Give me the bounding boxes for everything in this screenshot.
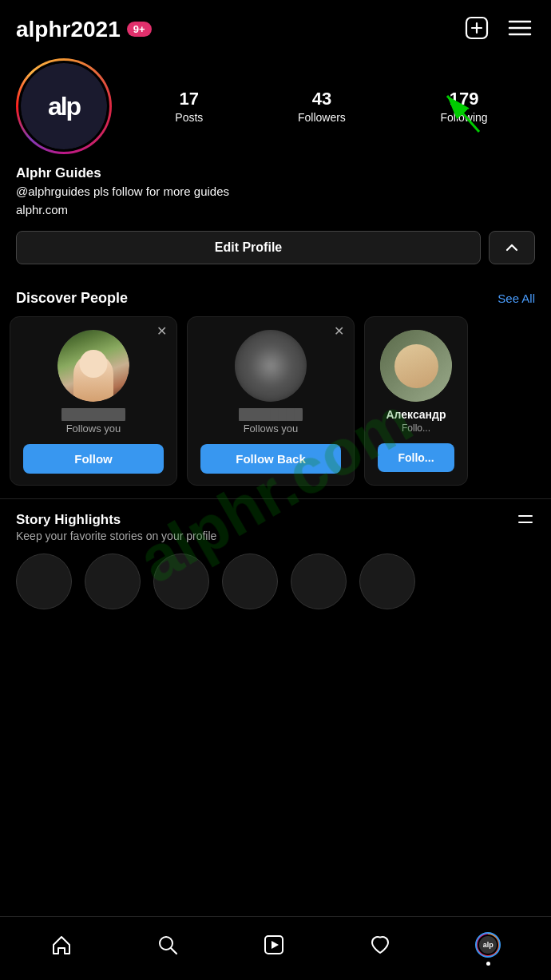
highlights-header: Story Highlights Keep your favorite stor…: [16, 512, 535, 542]
profile-options-button[interactable]: [489, 231, 535, 264]
svg-marker-13: [272, 941, 279, 949]
profile-display-name: Alphr Guides: [16, 165, 535, 181]
svg-line-11: [171, 948, 176, 954]
follow-button-1[interactable]: Follow: [23, 444, 164, 474]
people-cards: ✕ ████████ Follows you Follow ✕ ████████: [0, 316, 551, 486]
see-all-link[interactable]: See All: [497, 292, 535, 305]
highlights-row: [16, 553, 535, 616]
avatar-text: alp: [21, 63, 107, 149]
profile-section: alp 17 Posts 43 Followers 179 Following: [0, 52, 551, 277]
follows-you-2: Follows you: [244, 423, 299, 434]
stats-row: 17 Posts 43 Followers 179 Following: [128, 89, 535, 124]
profile-info: Alphr Guides @alphrguides pls follow for…: [16, 165, 535, 218]
story-highlights-section: Story Highlights Keep your favorite stor…: [0, 498, 551, 625]
profile-top: alp 17 Posts 43 Followers 179 Following: [16, 58, 535, 154]
follows-you-3: Follo...: [402, 423, 430, 434]
followers-label: Followers: [298, 111, 346, 124]
nav-search[interactable]: [144, 927, 192, 962]
nav-home[interactable]: [38, 927, 85, 962]
highlight-circle-6[interactable]: [359, 553, 415, 609]
menu-button[interactable]: [505, 15, 535, 43]
profile-website[interactable]: alphr.com: [16, 201, 535, 218]
add-post-button[interactable]: [462, 13, 492, 46]
highlight-circle-1[interactable]: [16, 553, 72, 609]
stat-posts[interactable]: 17 Posts: [175, 89, 203, 124]
header-icons: [462, 13, 535, 46]
username-label[interactable]: alphr2021: [16, 17, 121, 42]
followers-count: 43: [312, 89, 331, 109]
nav-profile[interactable]: alp: [462, 926, 513, 964]
highlights-chevron[interactable]: [516, 512, 535, 532]
bottom-nav: alp: [0, 916, 551, 980]
posts-label: Posts: [175, 111, 203, 124]
highlights-subtitle: Keep your favorite stories on your profi…: [16, 530, 216, 542]
person-username-3: Александр: [378, 408, 454, 421]
notification-badge[interactable]: 9+: [127, 22, 152, 37]
profile-nav-avatar-inner: alp: [478, 934, 498, 955]
discover-title: Discover People: [16, 290, 128, 307]
nav-activity[interactable]: [356, 927, 404, 962]
profile-avatar[interactable]: alp: [16, 58, 112, 154]
posts-count: 17: [180, 89, 199, 109]
following-count: 179: [450, 89, 479, 109]
highlight-circle-2[interactable]: [85, 553, 141, 609]
discover-people-header: Discover People See All: [0, 277, 551, 316]
header-left: alphr2021 9+: [16, 17, 152, 42]
highlight-circle-3[interactable]: [153, 553, 209, 609]
person-avatar-1: [57, 330, 129, 402]
profile-bio: @alphrguides pls follow for more guides: [16, 183, 535, 200]
profile-nav-avatar: alp: [475, 932, 501, 958]
app-header: alphr2021 9+: [0, 0, 551, 52]
stat-following[interactable]: 179 Following: [441, 89, 488, 124]
person-username-2: ████████: [200, 408, 341, 421]
person-avatar-2: [235, 330, 307, 402]
action-buttons: Edit Profile: [16, 231, 535, 264]
person-username-1: ████████: [23, 408, 164, 421]
highlight-circle-5[interactable]: [291, 553, 347, 609]
close-card-1[interactable]: ✕: [157, 325, 167, 338]
nav-reels[interactable]: [250, 927, 298, 962]
close-card-2[interactable]: ✕: [334, 325, 344, 338]
highlights-info: Story Highlights Keep your favorite stor…: [16, 512, 216, 542]
person-card-3: Александр Follo... Follo...: [364, 316, 468, 486]
nav-active-indicator: [486, 962, 490, 966]
highlight-circle-4[interactable]: [222, 553, 278, 609]
stat-followers[interactable]: 43 Followers: [298, 89, 346, 124]
edit-profile-button[interactable]: Edit Profile: [16, 231, 481, 264]
follows-you-1: Follows you: [66, 423, 121, 434]
person-avatar-3: [380, 330, 452, 402]
highlights-title: Story Highlights: [16, 512, 216, 528]
person-card-2: ✕ ████████ Follows you Follow Back: [187, 316, 355, 486]
follow-button-3[interactable]: Follo...: [378, 443, 454, 472]
person-card-1: ✕ ████████ Follows you Follow: [10, 316, 177, 486]
following-label: Following: [441, 111, 488, 124]
follow-back-button-2[interactable]: Follow Back: [200, 444, 341, 474]
